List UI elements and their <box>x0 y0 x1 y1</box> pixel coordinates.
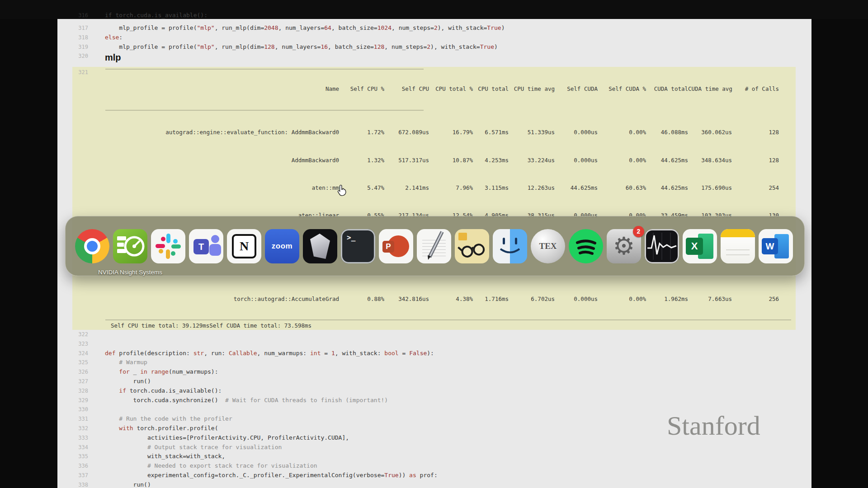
dock-icon-finder[interactable] <box>493 229 527 263</box>
table-cell: CPU total % <box>429 85 473 93</box>
zoom-logo-glyph: zoom <box>265 229 299 263</box>
table-cell: 0.00% <box>598 295 646 303</box>
code-line: 334 # Output stack trace for visualizati… <box>57 443 811 452</box>
table-cell: torch::autograd::AccumulateGrad <box>105 295 339 303</box>
dock-icon-slack[interactable] <box>151 229 185 263</box>
line-number: 329 <box>57 396 88 405</box>
dock-icon-microsoft-teams[interactable]: T <box>189 229 223 263</box>
code-text: mlp_profile = profile("mlp", run_mlp(dim… <box>105 23 505 33</box>
table-cell: 12.263us <box>509 184 555 192</box>
table-cell: 360.062us <box>688 128 732 136</box>
table-cell: Self CPU <box>384 85 429 93</box>
code-line: 328 if torch.cuda.is_available(): <box>57 386 811 396</box>
excel-logo-glyph: X <box>686 238 703 255</box>
code-text: mlp <box>105 52 121 63</box>
dock-icon-excel[interactable]: X <box>683 229 717 263</box>
dock-icon-preview[interactable] <box>455 229 489 263</box>
notion-logo-glyph: N <box>232 234 256 258</box>
code-text: run() <box>105 480 151 488</box>
dock-icon-activity-monitor[interactable] <box>645 229 679 263</box>
code-text: with torch.profiler.profile( <box>105 424 218 433</box>
table-cell: 2.141ms <box>384 184 429 192</box>
table-cell: 256 <box>732 295 779 303</box>
clipped-code-line: 316 if torch.cuda.is_available(): <box>57 11 208 19</box>
code-line: 337 experimental_config=torch._C._profil… <box>57 471 811 480</box>
word-logo-glyph: W <box>762 238 778 254</box>
table-cell: 16.79% <box>429 128 473 136</box>
line-number: 318 <box>57 33 88 42</box>
table-cell: 0.000us <box>555 295 598 303</box>
table-cell: aten::mm <box>105 184 339 192</box>
table-cell: 4.253ms <box>473 156 509 164</box>
line-number: 331 <box>57 414 88 424</box>
line-number: 335 <box>57 452 88 461</box>
table-cell: 128 <box>732 128 779 136</box>
table-cell: 0.00% <box>598 128 646 136</box>
code-text: if torch.cuda.is_available(): <box>105 11 208 19</box>
table-row: autograd::engine::evaluate_function: Add… <box>105 128 779 136</box>
table-cell: 254 <box>732 184 779 192</box>
table-cell: 6.702us <box>509 295 555 303</box>
notification-badge: 2 <box>633 226 644 237</box>
table-cell: 44.625ms <box>646 184 688 192</box>
table-cell: Self CUDA % <box>598 85 646 93</box>
table-cell: 4.38% <box>429 295 473 303</box>
table-separator <box>105 110 424 111</box>
table-cell: AddmmBackward0 <box>105 156 339 164</box>
table-cell: 1.716ms <box>473 295 509 303</box>
table-cell: 60.63% <box>598 184 646 192</box>
dock-icon-notes[interactable] <box>721 229 755 263</box>
dock-icon-zoom[interactable]: zoom <box>265 229 299 263</box>
line-number: 321 <box>57 68 88 77</box>
code-line: 336 # Needed to export stack trace for v… <box>57 461 811 471</box>
microsoft-teams-logo-glyph: T <box>193 239 209 254</box>
table-cell: 7.96% <box>429 184 473 192</box>
dock-icon-spotify[interactable] <box>569 229 603 263</box>
code-text: with_stack=with_stack, <box>105 452 225 461</box>
dock-icon-chrome[interactable] <box>75 229 109 263</box>
code-line: 325 # Warmup <box>57 358 811 367</box>
dock-icon-obsidian[interactable] <box>303 229 337 263</box>
code-text: def profile(description: str, run: Calla… <box>105 349 434 358</box>
line-number: 325 <box>57 358 88 367</box>
line-number: 330 <box>57 405 88 414</box>
code-line: 317 mlp_profile = profile("mlp", run_mlp… <box>57 23 811 33</box>
code-line: 319 mlp_profile = profile("mlp", run_mlp… <box>57 42 811 52</box>
table-row: torch::autograd::AccumulateGrad0.88%342.… <box>105 295 779 303</box>
code-line: 318else: <box>57 33 811 42</box>
table-cell: 517.317us <box>384 156 429 164</box>
code-text: for _ in range(num_warmups): <box>105 367 218 377</box>
dock-icon-powerpoint[interactable]: P <box>379 229 413 263</box>
line-number: 333 <box>57 433 88 443</box>
dock-icon-nvidia-nsight-systems[interactable]: NVIDIA Nsight Systems <box>113 229 147 263</box>
line-number: 334 <box>57 443 88 452</box>
dock-icon-row: NVIDIA Nsight SystemsTNzoom>_PTEX⚙2XW <box>75 229 793 263</box>
table-cell: 0.88% <box>339 295 384 303</box>
left-letterbox <box>0 0 57 488</box>
code-line: 327 run() <box>57 377 811 386</box>
dock-icon-system-settings[interactable]: ⚙2 <box>607 229 641 263</box>
code-line: 323 <box>57 339 811 349</box>
table-separator <box>105 319 791 320</box>
table-cell: 672.089us <box>384 128 429 136</box>
line-number: 323 <box>57 339 88 349</box>
dock-icon-word[interactable]: W <box>759 229 793 263</box>
powerpoint-logo-glyph: P <box>382 241 394 253</box>
table-cell: # of Calls <box>732 85 779 93</box>
table-row: AddmmBackward01.32%517.317us10.87%4.253m… <box>105 156 779 164</box>
line-number: 322 <box>57 330 88 339</box>
table-cell: Name <box>105 85 339 93</box>
table-cell: CUDA total <box>646 85 688 93</box>
table-cell: 0.00% <box>598 156 646 164</box>
table-cell: CPU time avg <box>509 85 555 93</box>
dock-icon-textedit[interactable] <box>417 229 451 263</box>
dock-icon-terminal[interactable]: >_ <box>341 229 375 263</box>
line-number: 320 <box>57 52 88 61</box>
table-cell: CUDA time avg <box>688 85 732 93</box>
line-number: 324 <box>57 349 88 358</box>
table-cell: 0.000us <box>555 128 598 136</box>
code-text: activities=[ProfilerActivity.CPU, Profil… <box>105 433 349 443</box>
code-text: torch.cuda.synchronize() # Wait for CUDA… <box>105 396 388 405</box>
dock-icon-tex[interactable]: TEX <box>531 229 565 263</box>
dock-icon-notion[interactable]: N <box>227 229 261 263</box>
